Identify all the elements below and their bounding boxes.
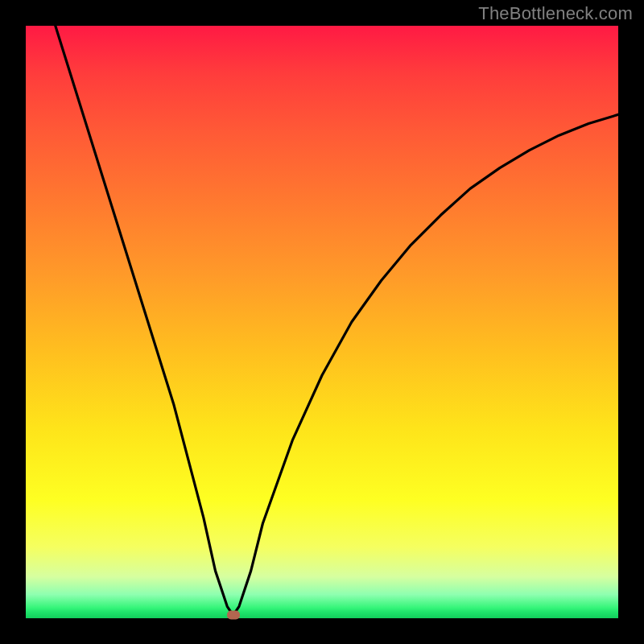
watermark-text: TheBottleneck.com	[478, 3, 633, 24]
bottleneck-curve	[26, 26, 618, 618]
plot-area	[26, 26, 618, 618]
chart-frame: TheBottleneck.com	[0, 0, 644, 644]
optimal-point-marker	[227, 610, 240, 619]
